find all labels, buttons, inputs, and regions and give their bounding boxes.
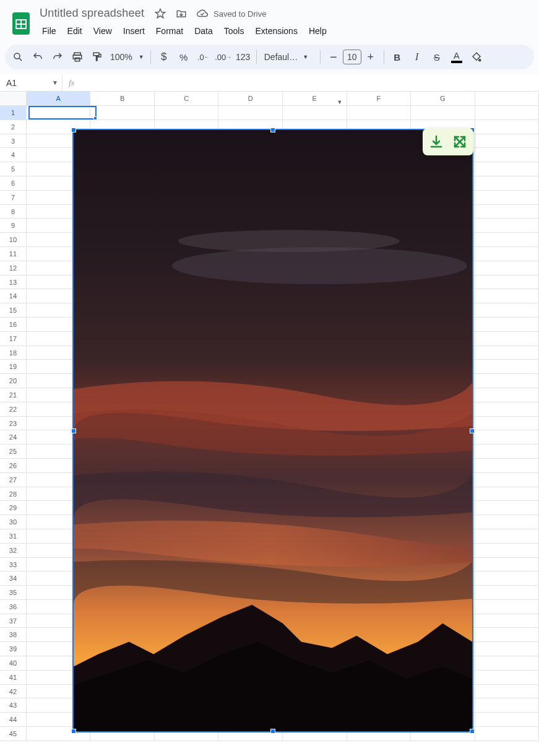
column-header[interactable]: C (155, 92, 219, 105)
cell[interactable] (475, 445, 539, 459)
cell[interactable] (155, 106, 219, 120)
zoom-dropdown[interactable]: 100%▼ (108, 52, 147, 62)
resize-handle-nw[interactable] (71, 128, 76, 133)
cell[interactable] (475, 289, 539, 303)
row-header[interactable]: 14 (0, 289, 27, 303)
italic-icon[interactable]: I (408, 48, 426, 66)
resize-handle-s[interactable] (270, 729, 275, 734)
font-dropdown[interactable]: Defaul…▼ (261, 52, 316, 62)
menu-format[interactable]: Format (151, 24, 188, 38)
name-box[interactable]: A1▼ (0, 78, 62, 88)
font-size-input[interactable]: 10 (343, 50, 361, 64)
row-header[interactable]: 8 (0, 205, 27, 219)
row-header[interactable]: 2 (0, 120, 27, 134)
row-header[interactable]: 45 (0, 727, 27, 741)
cell[interactable] (475, 332, 539, 346)
cell[interactable] (475, 529, 539, 544)
decrease-font-icon[interactable]: − (324, 48, 343, 66)
column-header[interactable] (475, 92, 539, 105)
menu-file[interactable]: File (37, 24, 61, 38)
row-header[interactable]: 5 (0, 162, 27, 176)
cell[interactable] (475, 402, 539, 417)
fill-color-icon[interactable] (467, 48, 486, 66)
row-header[interactable]: 24 (0, 430, 27, 445)
cell[interactable] (475, 162, 539, 176)
row-header[interactable]: 6 (0, 176, 27, 191)
cell[interactable] (475, 106, 539, 120)
row-header[interactable]: 37 (0, 614, 27, 628)
increase-font-icon[interactable]: + (361, 48, 380, 66)
resize-handle-e[interactable] (470, 428, 475, 433)
row-header[interactable]: 42 (0, 685, 27, 699)
row-header[interactable]: 29 (0, 501, 27, 515)
cell[interactable] (475, 219, 539, 233)
menu-view[interactable]: View (88, 24, 117, 38)
cell[interactable] (475, 303, 539, 318)
cell[interactable] (475, 318, 539, 332)
column-header[interactable]: F (347, 92, 412, 105)
row-header[interactable]: 38 (0, 628, 27, 642)
cell[interactable] (475, 487, 539, 502)
row-header[interactable]: 32 (0, 544, 27, 558)
row-header[interactable]: 21 (0, 388, 27, 402)
cell[interactable] (475, 205, 539, 219)
row-header[interactable]: 19 (0, 360, 27, 374)
number-format-icon[interactable]: 123 (234, 48, 252, 66)
cell[interactable] (475, 586, 539, 600)
cell[interactable] (218, 106, 283, 120)
cell[interactable] (475, 176, 539, 191)
move-icon[interactable] (173, 5, 190, 22)
cell[interactable] (475, 614, 539, 628)
print-icon[interactable] (68, 48, 87, 66)
menu-data[interactable]: Data (189, 24, 218, 38)
cell[interactable] (475, 374, 539, 388)
cell[interactable] (475, 346, 539, 360)
cell[interactable] (475, 388, 539, 402)
cell[interactable] (475, 360, 539, 374)
cell[interactable] (475, 501, 539, 515)
row-header[interactable]: 44 (0, 713, 27, 727)
row-header[interactable]: 1 (0, 106, 27, 120)
row-header[interactable]: 18 (0, 346, 27, 360)
cell[interactable] (475, 430, 539, 445)
column-header[interactable]: E▼ (283, 92, 347, 105)
column-header[interactable]: D (218, 92, 283, 105)
row-header[interactable]: 17 (0, 332, 27, 346)
row-header[interactable]: 35 (0, 586, 27, 600)
row-header[interactable]: 40 (0, 656, 27, 671)
cell[interactable] (475, 642, 539, 656)
star-icon[interactable] (152, 5, 169, 22)
cell[interactable] (475, 247, 539, 261)
cell[interactable] (475, 473, 539, 487)
expand-image-icon[interactable] (452, 134, 467, 149)
resize-handle-sw[interactable] (71, 729, 76, 734)
spreadsheet-grid[interactable]: ABCDE▼FG 1234567891011121314151617181920… (0, 92, 539, 741)
cell[interactable] (475, 571, 539, 586)
row-header[interactable]: 15 (0, 303, 27, 318)
cell[interactable] (27, 106, 91, 120)
redo-icon[interactable] (48, 48, 67, 66)
row-header[interactable]: 4 (0, 148, 27, 162)
cell[interactable] (475, 120, 539, 134)
row-header[interactable]: 30 (0, 515, 27, 529)
cell[interactable] (347, 106, 412, 120)
row-header[interactable]: 3 (0, 134, 27, 149)
cell[interactable] (475, 459, 539, 473)
row-header[interactable]: 7 (0, 191, 27, 205)
cell[interactable] (475, 656, 539, 671)
percent-icon[interactable]: % (175, 48, 193, 66)
cell[interactable] (475, 685, 539, 699)
column-header[interactable]: G (411, 92, 475, 105)
cell[interactable] (475, 713, 539, 727)
row-header[interactable]: 39 (0, 642, 27, 656)
cell[interactable] (475, 233, 539, 247)
row-header[interactable]: 16 (0, 318, 27, 332)
cell[interactable] (475, 417, 539, 431)
resize-handle-n[interactable] (270, 128, 275, 133)
increase-decimal-icon[interactable]: .00→ (214, 48, 233, 66)
cell[interactable] (475, 600, 539, 614)
text-color-icon[interactable]: A (447, 48, 466, 66)
row-header[interactable]: 20 (0, 374, 27, 388)
cell[interactable] (475, 191, 539, 205)
row-header[interactable]: 33 (0, 558, 27, 572)
